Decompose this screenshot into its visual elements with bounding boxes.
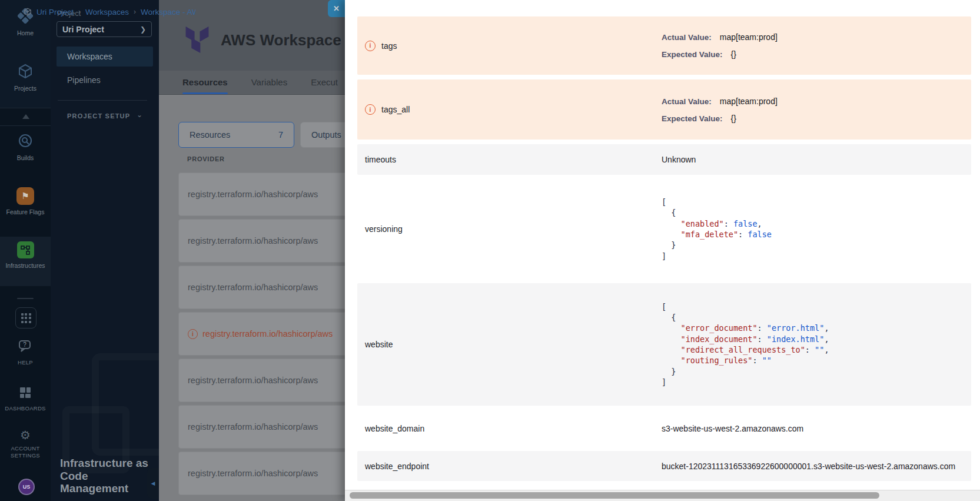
attribute-value-cell: Actual Value:map[team:prod]Expected Valu…	[662, 16, 971, 75]
actual-value-line: Actual Value:map[team:prod]	[662, 32, 971, 42]
sidebar-item-workspaces[interactable]: Workspaces	[57, 47, 153, 67]
attribute-name: timeouts	[365, 155, 396, 164]
rail-item-infrastructures[interactable]: Infrastructures	[0, 241, 51, 269]
divider	[17, 298, 34, 299]
close-icon: ✕	[333, 5, 340, 12]
sidebar-item-pipelines[interactable]: Pipelines	[67, 75, 101, 85]
rail-item-builds[interactable]: Builds	[0, 133, 51, 161]
attribute-name: versioning	[365, 224, 403, 234]
rail-item-help[interactable]: ?HELP	[0, 339, 51, 366]
projects-icon	[18, 64, 33, 81]
expected-value-line: Expected Value:{}	[662, 114, 971, 123]
attribute-name-cell: website_domain	[357, 410, 662, 446]
actual-value: map[team:prod]	[720, 32, 778, 42]
rail-item-label: HELP	[18, 359, 33, 366]
attribute-value: bucket-120231113165336922600000001.s3-we…	[662, 462, 971, 471]
provider-cell: registry.terraform.io/hashicorp/aws	[188, 376, 318, 385]
attribute-json-value: [ { "error_document": "error.html", "ind…	[662, 301, 971, 387]
rail-item-label: Builds	[17, 154, 34, 161]
attribute-name-cell: versioning	[357, 180, 662, 278]
provider-cell: registry.terraform.io/hashicorp/aws	[188, 422, 318, 432]
provider-column-header: PROVIDER	[187, 155, 225, 162]
svg-text:?: ?	[23, 341, 26, 348]
attribute-value-cell: [ { "enabled": false, "mfa_delete": fals…	[662, 180, 971, 278]
attribute-name: tags	[381, 41, 397, 51]
tab-variables[interactable]: Variables	[251, 71, 287, 94]
project-setup-toggle[interactable]: PROJECT SETUP	[67, 112, 130, 120]
help-icon: ?	[18, 339, 33, 356]
rail-item-projects[interactable]: Projects	[0, 64, 51, 92]
tab-resources[interactable]: Resources	[182, 71, 228, 94]
breadcrumb-link-workspace[interactable]: Workspace - AW	[141, 8, 195, 16]
attribute-json-value: [ { "enabled": false, "mfa_delete": fals…	[662, 197, 971, 261]
attribute-value-cell: [ { "error_document": "error.html", "ind…	[662, 283, 971, 406]
panel-collapse-handle[interactable]: ◀	[147, 468, 159, 499]
actual-value-label: Actual Value:	[662, 97, 712, 106]
breadcrumb-link-project[interactable]: Uri Project	[36, 8, 74, 16]
rail-item-feature-flags[interactable]: ⚑Feature Flags	[0, 187, 51, 215]
tab-execut[interactable]: Execut	[311, 71, 338, 94]
terraform-logo	[184, 26, 210, 54]
attribute-name-cell: website_endpoint	[357, 451, 662, 481]
sidebar-item-label: Workspaces	[67, 52, 112, 61]
apps-grid-button[interactable]	[15, 307, 36, 329]
drawer-close-button[interactable]: ✕	[328, 0, 345, 17]
project-selector-value: Uri Project	[62, 25, 104, 34]
alert-info-icon: i	[188, 329, 198, 339]
drawer-row-versioning: versioning[ { "enabled": false, "mfa_del…	[357, 180, 971, 278]
horizontal-scrollbar[interactable]	[345, 490, 980, 501]
attribute-name-cell: timeouts	[357, 144, 662, 175]
project-selector[interactable]: Uri Project ❯	[57, 21, 152, 37]
attribute-name: website_domain	[365, 424, 424, 433]
attribute-name: tags_all	[381, 105, 410, 114]
attribute-name-cell: itags_all	[357, 79, 662, 140]
box-icon	[24, 8, 32, 16]
outputs-selector-label: Outputs	[311, 130, 341, 140]
infra-icon	[17, 241, 34, 258]
actual-value: map[team:prod]	[720, 97, 778, 106]
project-sidebar: Project Uri Project ❯ Workspaces Pipelin…	[51, 0, 159, 501]
resource-detail-drawer: itagsActual Value:map[team:prod]Expected…	[345, 0, 980, 501]
collapse-up-icon[interactable]	[22, 114, 29, 119]
expected-value-label: Expected Value:	[662, 114, 723, 123]
panel-footer-line: Infrastructure as	[60, 457, 148, 470]
drawer-row-tags_all: itags_allActual Value:map[team:prod]Expe…	[357, 79, 971, 140]
provider-cell: registry.terraform.io/hashicorp/aws	[188, 283, 318, 292]
expected-value: {}	[731, 49, 736, 59]
chevron-down-icon: ⌄	[137, 111, 142, 119]
provider-cell: registry.terraform.io/hashicorp/aws	[188, 469, 318, 478]
drawer-row-website: website[ { "error_document": "error.html…	[357, 283, 971, 406]
divider	[0, 125, 51, 126]
rail-item-label: Home	[17, 29, 34, 37]
breadcrumb-link-workspaces[interactable]: Workspaces	[85, 8, 129, 16]
attribute-value-cell: bucket-120231113165336922600000001.s3-we…	[662, 451, 971, 481]
panel-footer-title: Infrastructure asCodeManagement	[60, 457, 148, 495]
attribute-value: s3-website-us-west-2.amazonaws.com	[662, 424, 971, 433]
expected-value: {}	[731, 114, 736, 123]
grid-icon	[21, 313, 31, 323]
alert-info-icon: i	[365, 104, 376, 115]
drawer-row-website_domain: website_domains3-website-us-west-2.amazo…	[357, 410, 971, 446]
rail-item-label: Feature Flags	[6, 208, 45, 215]
rail-item-dashboards[interactable]: DASHBOARDS	[0, 386, 51, 412]
actual-value-line: Actual Value:map[team:prod]	[662, 97, 971, 106]
breadcrumb: Uri Project › Workspaces › Workspace - A…	[24, 6, 195, 17]
attribute-value-cell: s3-website-us-west-2.amazonaws.com	[662, 410, 971, 446]
actual-value-label: Actual Value:	[662, 33, 712, 42]
expected-value-label: Expected Value:	[662, 50, 723, 59]
user-avatar[interactable]: US	[18, 479, 35, 495]
drawer-row-tags: itagsActual Value:map[team:prod]Expected…	[357, 16, 971, 75]
resources-selector-card[interactable]: Resources 7	[178, 122, 294, 148]
page-title: AWS Workspace	[221, 31, 341, 49]
scrollbar-thumb[interactable]	[350, 492, 879, 499]
alert-info-icon: i	[365, 41, 376, 51]
attribute-name-cell: website	[357, 283, 662, 406]
chevron-right-icon: ❯	[140, 25, 146, 34]
breadcrumb-separator: ›	[134, 8, 136, 16]
resources-selector-label: Resources	[190, 130, 230, 140]
rail-item-account-settings[interactable]: ⚙ACCOUNT SETTINGS	[0, 429, 51, 459]
provider-cell: registry.terraform.io/hashicorp/aws	[202, 329, 333, 339]
resources-count-badge: 7	[278, 130, 283, 140]
drawer-row-website_endpoint: website_endpointbucket-12023111316533692…	[357, 451, 971, 481]
attribute-value-cell: Unknown	[662, 144, 971, 175]
